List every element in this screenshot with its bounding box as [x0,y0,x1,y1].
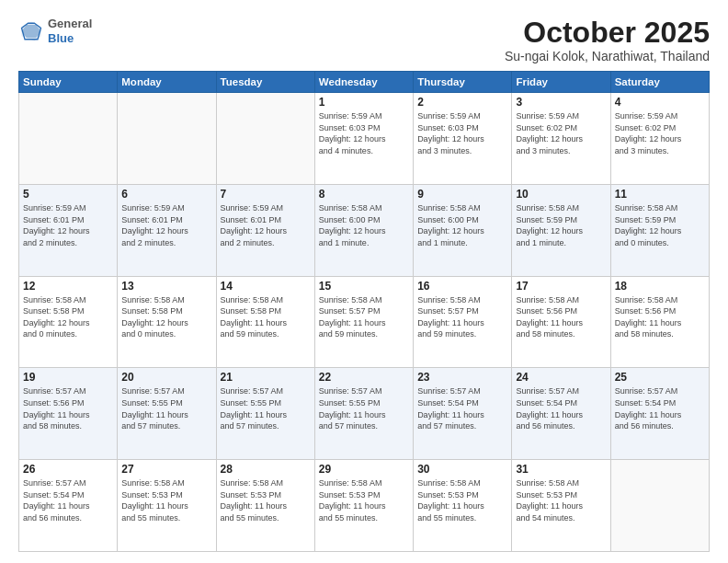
table-row: 8Sunrise: 5:58 AM Sunset: 6:00 PM Daylig… [314,184,413,276]
day-info: Sunrise: 5:58 AM Sunset: 5:59 PM Dayligh… [615,202,705,248]
day-number: 16 [417,280,507,293]
logo: General Blue [18,17,92,45]
table-row: 1Sunrise: 5:59 AM Sunset: 6:03 PM Daylig… [314,93,413,185]
table-row: 5Sunrise: 5:59 AM Sunset: 6:01 PM Daylig… [19,184,118,276]
table-row: 9Sunrise: 5:58 AM Sunset: 6:00 PM Daylig… [414,184,512,276]
day-info: Sunrise: 5:58 AM Sunset: 5:53 PM Dayligh… [121,477,211,523]
table-row: 2Sunrise: 5:59 AM Sunset: 6:03 PM Daylig… [414,93,512,185]
day-info: Sunrise: 5:58 AM Sunset: 5:56 PM Dayligh… [615,294,705,340]
table-row: 23Sunrise: 5:57 AM Sunset: 5:54 PM Dayli… [414,368,512,460]
table-row: 24Sunrise: 5:57 AM Sunset: 5:54 PM Dayli… [512,368,610,460]
calendar-week-row: 12Sunrise: 5:58 AM Sunset: 5:58 PM Dayli… [19,276,710,368]
day-info: Sunrise: 5:57 AM Sunset: 5:55 PM Dayligh… [319,385,409,431]
day-number: 11 [615,188,705,201]
table-row: 21Sunrise: 5:57 AM Sunset: 5:55 PM Dayli… [216,368,314,460]
day-info: Sunrise: 5:59 AM Sunset: 6:02 PM Dayligh… [516,110,606,156]
day-info: Sunrise: 5:58 AM Sunset: 6:00 PM Dayligh… [319,202,409,248]
day-number: 3 [516,96,606,109]
table-row: 27Sunrise: 5:58 AM Sunset: 5:53 PM Dayli… [118,460,216,552]
day-info: Sunrise: 5:58 AM Sunset: 6:00 PM Dayligh… [417,202,507,248]
day-number: 9 [417,188,507,201]
col-wednesday: Wednesday [314,72,413,93]
table-row: 14Sunrise: 5:58 AM Sunset: 5:58 PM Dayli… [216,276,314,368]
table-row: 12Sunrise: 5:58 AM Sunset: 5:58 PM Dayli… [19,276,118,368]
col-saturday: Saturday [610,72,709,93]
location: Su-ngai Kolok, Narathiwat, Thailand [505,49,710,63]
day-info: Sunrise: 5:57 AM Sunset: 5:55 PM Dayligh… [221,385,311,431]
table-row [19,93,118,185]
day-info: Sunrise: 5:57 AM Sunset: 5:54 PM Dayligh… [615,385,705,431]
logo-icon [18,18,44,44]
day-info: Sunrise: 5:58 AM Sunset: 5:53 PM Dayligh… [516,477,606,523]
table-row: 22Sunrise: 5:57 AM Sunset: 5:55 PM Dayli… [314,368,413,460]
day-info: Sunrise: 5:58 AM Sunset: 5:56 PM Dayligh… [516,294,606,340]
table-row: 30Sunrise: 5:58 AM Sunset: 5:53 PM Dayli… [414,460,512,552]
day-number: 7 [221,188,311,201]
table-row: 31Sunrise: 5:58 AM Sunset: 5:53 PM Dayli… [512,460,610,552]
col-sunday: Sunday [19,72,118,93]
table-row: 10Sunrise: 5:58 AM Sunset: 5:59 PM Dayli… [512,184,610,276]
table-row: 25Sunrise: 5:57 AM Sunset: 5:54 PM Dayli… [610,368,709,460]
day-info: Sunrise: 5:58 AM Sunset: 5:57 PM Dayligh… [319,294,409,340]
day-info: Sunrise: 5:58 AM Sunset: 5:58 PM Dayligh… [221,294,311,340]
table-row: 7Sunrise: 5:59 AM Sunset: 6:01 PM Daylig… [216,184,314,276]
table-row: 29Sunrise: 5:58 AM Sunset: 5:53 PM Dayli… [314,460,413,552]
day-number: 10 [516,188,606,201]
col-tuesday: Tuesday [216,72,314,93]
day-number: 31 [516,463,606,476]
table-row: 17Sunrise: 5:58 AM Sunset: 5:56 PM Dayli… [512,276,610,368]
col-monday: Monday [118,72,216,93]
day-number: 23 [417,371,507,384]
title-block: October 2025 Su-ngai Kolok, Narathiwat, … [505,17,710,63]
table-row: 4Sunrise: 5:59 AM Sunset: 6:02 PM Daylig… [610,93,709,185]
day-info: Sunrise: 5:59 AM Sunset: 6:01 PM Dayligh… [221,202,311,248]
day-info: Sunrise: 5:57 AM Sunset: 5:55 PM Dayligh… [121,385,211,431]
day-number: 24 [516,371,606,384]
day-info: Sunrise: 5:58 AM Sunset: 5:58 PM Dayligh… [121,294,211,340]
day-info: Sunrise: 5:58 AM Sunset: 5:58 PM Dayligh… [23,294,113,340]
table-row: 11Sunrise: 5:58 AM Sunset: 5:59 PM Dayli… [610,184,709,276]
table-row: 18Sunrise: 5:58 AM Sunset: 5:56 PM Dayli… [610,276,709,368]
day-number: 29 [319,463,409,476]
day-info: Sunrise: 5:59 AM Sunset: 6:01 PM Dayligh… [23,202,113,248]
day-number: 25 [615,371,705,384]
table-row: 26Sunrise: 5:57 AM Sunset: 5:54 PM Dayli… [19,460,118,552]
table-row: 28Sunrise: 5:58 AM Sunset: 5:53 PM Dayli… [216,460,314,552]
day-number: 13 [121,280,211,293]
table-row [216,93,314,185]
day-number: 8 [319,188,409,201]
table-row [610,460,709,552]
day-info: Sunrise: 5:57 AM Sunset: 5:54 PM Dayligh… [516,385,606,431]
day-info: Sunrise: 5:58 AM Sunset: 5:53 PM Dayligh… [417,477,507,523]
day-info: Sunrise: 5:58 AM Sunset: 5:57 PM Dayligh… [417,294,507,340]
calendar-week-row: 5Sunrise: 5:59 AM Sunset: 6:01 PM Daylig… [19,184,710,276]
day-info: Sunrise: 5:59 AM Sunset: 6:02 PM Dayligh… [615,110,705,156]
day-number: 27 [121,463,211,476]
calendar-week-row: 1Sunrise: 5:59 AM Sunset: 6:03 PM Daylig… [19,93,710,185]
logo-general: General [48,17,92,31]
day-number: 28 [221,463,311,476]
logo-blue: Blue [48,31,92,46]
logo-text: General Blue [48,17,92,45]
day-number: 15 [319,280,409,293]
table-row: 13Sunrise: 5:58 AM Sunset: 5:58 PM Dayli… [118,276,216,368]
table-row: 3Sunrise: 5:59 AM Sunset: 6:02 PM Daylig… [512,93,610,185]
day-info: Sunrise: 5:59 AM Sunset: 6:01 PM Dayligh… [121,202,211,248]
day-number: 4 [615,96,705,109]
day-number: 26 [23,463,113,476]
col-friday: Friday [512,72,610,93]
day-info: Sunrise: 5:57 AM Sunset: 5:54 PM Dayligh… [23,477,113,523]
page: General Blue October 2025 Su-ngai Kolok,… [0,0,728,563]
day-number: 19 [23,371,113,384]
day-info: Sunrise: 5:58 AM Sunset: 5:53 PM Dayligh… [319,477,409,523]
day-number: 30 [417,463,507,476]
table-row: 16Sunrise: 5:58 AM Sunset: 5:57 PM Dayli… [414,276,512,368]
day-number: 22 [319,371,409,384]
day-number: 20 [121,371,211,384]
month-title: October 2025 [505,17,710,49]
table-row: 6Sunrise: 5:59 AM Sunset: 6:01 PM Daylig… [118,184,216,276]
day-info: Sunrise: 5:58 AM Sunset: 5:59 PM Dayligh… [516,202,606,248]
day-number: 18 [615,280,705,293]
day-info: Sunrise: 5:58 AM Sunset: 5:53 PM Dayligh… [221,477,311,523]
day-number: 12 [23,280,113,293]
